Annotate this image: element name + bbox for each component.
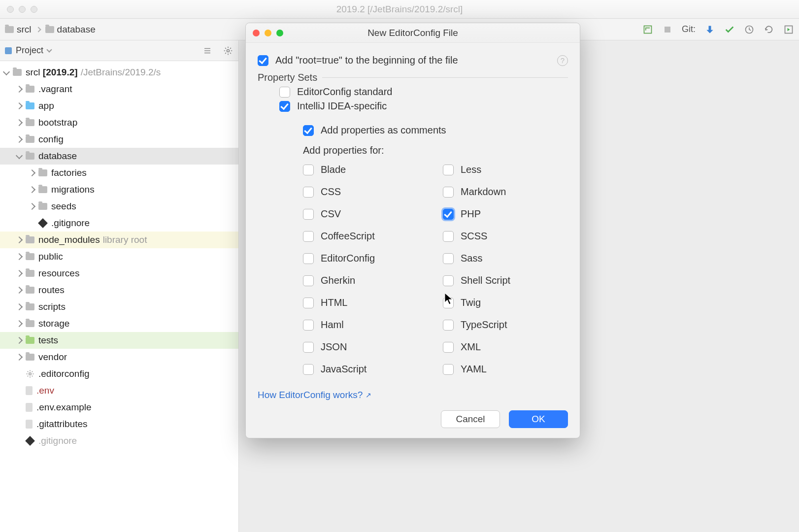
tree-row[interactable]: vendor — [0, 349, 238, 366]
help-icon[interactable]: ? — [557, 55, 568, 66]
tree-row[interactable]: .vagrant — [0, 81, 238, 98]
chevron-down-icon[interactable] — [46, 47, 52, 52]
chevron-right-icon[interactable] — [16, 320, 23, 327]
checkbox-icon[interactable] — [443, 364, 454, 375]
chevron-right-icon[interactable] — [29, 186, 35, 193]
build-icon[interactable] — [642, 24, 653, 35]
stop-icon[interactable] — [662, 24, 673, 35]
checkbox-icon[interactable] — [443, 209, 454, 220]
tree-row[interactable]: .gitignore — [0, 432, 238, 449]
checkbox-standard[interactable]: EditorConfig standard — [258, 86, 568, 98]
lang-checkbox-haml[interactable]: Haml — [303, 319, 428, 331]
lang-checkbox-html[interactable]: HTML — [303, 297, 428, 308]
breadcrumb[interactable]: srcl database — [5, 24, 96, 35]
lang-checkbox-shell-script[interactable]: Shell Script — [443, 275, 568, 286]
chevron-right-icon[interactable] — [29, 203, 35, 210]
tree-row[interactable]: public — [0, 248, 238, 265]
chevron-right-icon[interactable] — [16, 354, 23, 361]
gear-icon[interactable] — [223, 45, 233, 56]
cancel-button[interactable]: Cancel — [441, 410, 500, 428]
checkbox-icon[interactable] — [279, 101, 290, 112]
checkbox-icon[interactable] — [443, 275, 454, 286]
lang-checkbox-gherkin[interactable]: Gherkin — [303, 275, 428, 286]
checkbox-intellij[interactable]: IntelliJ IDEA-specific — [258, 100, 568, 112]
tree-row[interactable]: scripts — [0, 299, 238, 315]
tree-row[interactable]: config — [0, 131, 238, 148]
chevron-right-icon[interactable] — [16, 337, 23, 344]
lang-checkbox-php[interactable]: PHP — [443, 208, 568, 220]
checkbox-icon[interactable] — [443, 231, 454, 242]
history-icon[interactable] — [744, 24, 755, 35]
chevron-right-icon[interactable] — [16, 270, 23, 277]
checkbox-icon[interactable] — [258, 55, 268, 66]
checkbox-as-comments[interactable]: Add properties as comments — [258, 125, 568, 136]
checkbox-icon[interactable] — [303, 209, 314, 220]
checkbox-icon[interactable] — [303, 165, 314, 175]
lang-checkbox-typescript[interactable]: TypeScript — [443, 319, 568, 331]
tree-row[interactable]: .env — [0, 382, 238, 399]
tree-row[interactable]: migrations — [0, 181, 238, 198]
checkbox-icon[interactable] — [443, 298, 454, 308]
lang-checkbox-javascript[interactable]: JavaScript — [303, 364, 428, 375]
lang-checkbox-yaml[interactable]: YAML — [443, 364, 568, 375]
chevron-right-icon[interactable] — [16, 253, 23, 260]
checkbox-icon[interactable] — [303, 187, 314, 198]
tree-row[interactable]: .editorconfig — [0, 366, 238, 382]
breadcrumb-item[interactable]: srcl — [17, 24, 32, 35]
checkbox-icon[interactable] — [303, 364, 314, 375]
tree-row[interactable]: node_moduleslibrary root — [0, 232, 238, 248]
lang-checkbox-json[interactable]: JSON — [303, 341, 428, 353]
checkbox-icon[interactable] — [443, 187, 454, 198]
lang-checkbox-twig[interactable]: Twig — [443, 297, 568, 308]
tree-row[interactable]: .env.example — [0, 399, 238, 416]
lang-checkbox-editorconfig[interactable]: EditorConfig — [303, 253, 428, 264]
tree-row[interactable]: routes — [0, 282, 238, 299]
lang-checkbox-sass[interactable]: Sass — [443, 253, 568, 264]
checkbox-icon[interactable] — [303, 298, 314, 308]
chevron-right-icon[interactable] — [16, 303, 23, 310]
chevron-right-icon[interactable] — [16, 136, 23, 143]
project-tree[interactable]: srcl [2019.2] /JetBrains/2019.2/s .vagra… — [0, 61, 238, 532]
checkbox-add-root[interactable]: Add "root=true" to the beginning of the … — [258, 55, 568, 66]
lang-checkbox-scss[interactable]: SCSS — [443, 231, 568, 242]
checkbox-icon[interactable] — [443, 165, 454, 175]
chevron-right-icon[interactable] — [16, 119, 23, 126]
checkbox-icon[interactable] — [279, 87, 290, 98]
run-anything-icon[interactable] — [783, 24, 794, 35]
lang-checkbox-xml[interactable]: XML — [443, 341, 568, 353]
tree-row[interactable]: resources — [0, 265, 238, 282]
tree-row[interactable]: bootstrap — [0, 114, 238, 131]
checkbox-icon[interactable] — [303, 125, 314, 136]
checkbox-icon[interactable] — [303, 231, 314, 242]
tree-row[interactable]: factories — [0, 165, 238, 181]
tree-row[interactable]: .gitattributes — [0, 416, 238, 432]
update-icon[interactable] — [704, 24, 715, 35]
checkbox-icon[interactable] — [303, 320, 314, 331]
checkbox-icon[interactable] — [443, 320, 454, 331]
lang-checkbox-csv[interactable]: CSV — [303, 208, 428, 220]
lang-checkbox-markdown[interactable]: Markdown — [443, 186, 568, 198]
project-panel-title[interactable]: Project — [16, 45, 43, 56]
commit-icon[interactable] — [724, 24, 735, 35]
tree-row[interactable]: seeds — [0, 198, 238, 215]
tree-row[interactable]: database — [0, 148, 238, 165]
tree-root[interactable]: srcl [2019.2] /JetBrains/2019.2/s — [0, 64, 238, 81]
collapse-icon[interactable] — [202, 45, 213, 56]
checkbox-icon[interactable] — [443, 342, 454, 353]
lang-checkbox-css[interactable]: CSS — [303, 186, 428, 198]
checkbox-icon[interactable] — [303, 342, 314, 353]
chevron-right-icon[interactable] — [16, 236, 23, 243]
chevron-down-icon[interactable] — [3, 68, 10, 75]
lang-checkbox-less[interactable]: Less — [443, 164, 568, 175]
lang-checkbox-coffeescript[interactable]: CoffeeScript — [303, 231, 428, 242]
help-link[interactable]: How EditorConfig works?↗ — [258, 390, 371, 400]
chevron-right-icon[interactable] — [16, 86, 23, 93]
lang-checkbox-blade[interactable]: Blade — [303, 164, 428, 175]
checkbox-icon[interactable] — [303, 253, 314, 264]
chevron-down-icon[interactable] — [16, 152, 23, 159]
checkbox-icon[interactable] — [443, 253, 454, 264]
chevron-right-icon[interactable] — [16, 102, 23, 109]
checkbox-icon[interactable] — [303, 275, 314, 286]
chevron-right-icon[interactable] — [29, 169, 35, 176]
tree-row[interactable]: .gitignore — [0, 215, 238, 232]
